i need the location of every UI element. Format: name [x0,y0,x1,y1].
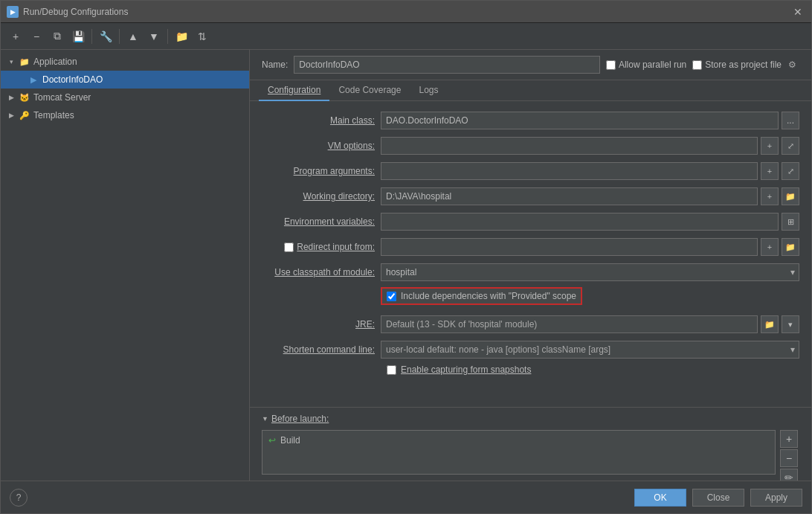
sidebar-item-templates[interactable]: ▶ 🔑 Templates [1,106,249,124]
classpath-select[interactable]: hospital [381,263,799,281]
redirect-label: Redirect input from: [262,242,381,252]
sort-button[interactable]: ⇅ [193,28,211,45]
tomcat-arrow: ▶ [7,93,16,102]
main-content: ▾ 📁 Application ▶ DoctorInfoDAO ▶ 🐱 Tomc… [1,50,811,481]
redirect-add-button[interactable]: + [761,238,779,256]
sidebar-item-tomcat[interactable]: ▶ 🐱 Tomcat Server [1,89,249,106]
build-label: Build [280,435,300,446]
ok-button[interactable]: OK [634,489,686,507]
classpath-label: Use classpath of module: [262,267,381,277]
build-item: ↩ Build [262,431,775,450]
jre-group: 📁 ▾ [381,315,799,333]
apply-button[interactable]: Apply [750,489,802,507]
store-project-option: Store as project file ⚙ [692,57,799,72]
build-list: ↩ Build [262,430,776,475]
store-project-checkbox[interactable] [692,60,702,70]
tab-logs-label: Logs [419,85,438,95]
redirect-row: Redirect input from: + 📁 [262,237,799,257]
cancel-button[interactable]: Close [692,489,744,507]
up-button[interactable]: ▲ [124,28,142,45]
tabs-bar: Configuration Code Coverage Logs [250,80,811,101]
working-dir-add-button[interactable]: + [761,187,779,205]
tab-logs[interactable]: Logs [410,80,447,101]
jre-folder-button[interactable]: 📁 [761,315,779,333]
build-side-buttons: + − ✏ ▲ ▼ [780,430,798,481]
classpath-group: hospital [381,263,799,281]
redirect-checkbox[interactable] [284,242,294,252]
allow-parallel-checkbox[interactable] [606,60,616,70]
vm-options-input[interactable] [381,137,758,155]
add-button[interactable]: + [7,28,25,45]
tab-configuration[interactable]: Configuration [259,80,329,101]
sidebar-item-label-templates: Templates [33,110,74,121]
env-vars-browse-button[interactable]: ⊞ [782,213,799,231]
dialog-title: Run/Debug Configurations [23,7,128,17]
env-vars-row: Environment variables: ⊞ [262,211,799,232]
tab-code-coverage[interactable]: Code Coverage [329,80,410,101]
help-button[interactable]: ? [10,489,28,507]
redirect-input[interactable] [381,238,758,256]
templates-arrow: ▶ [7,111,16,120]
program-args-add-button[interactable]: + [761,162,779,180]
working-dir-browse-button[interactable]: 📁 [782,187,799,205]
program-args-label: Program arguments: [262,166,381,176]
remove-button[interactable]: − [28,28,45,45]
dialog-footer: ? OK Close Apply [1,481,811,513]
sidebar-item-label-selected: DoctorInfoDAO [42,74,103,85]
main-class-browse-button[interactable]: ... [782,112,799,129]
save-button[interactable]: 💾 [69,28,87,45]
title-bar: ▶ Run/Debug Configurations ✕ [1,1,811,23]
jre-input[interactable] [381,315,758,333]
main-class-row: Main class: ... [262,110,799,131]
working-dir-label: Working directory: [262,191,381,202]
working-dir-input[interactable] [381,187,758,205]
allow-parallel-label: Allow parallel run [619,60,686,70]
tomcat-icon: 🐱 [19,91,30,103]
dialog-icon: ▶ [7,6,19,18]
separator-1 [91,29,92,44]
config-icon: ▶ [28,74,39,86]
name-input[interactable] [294,56,600,74]
sidebar-item-doctorinfodao[interactable]: ▶ DoctorInfoDAO [1,71,249,89]
program-args-input[interactable] [381,162,758,180]
before-launch-section: ▼ Before launch: ↩ Build + − ✏ [250,407,811,481]
build-list-container: ↩ Build + − ✏ ▲ ▼ [262,430,776,475]
vm-options-group: + ⤢ [381,137,799,155]
folder-button[interactable]: 📁 [173,28,190,45]
template-icon: 🔑 [19,109,30,121]
shorten-cmd-row: Shorten command line: user-local default… [262,339,799,360]
name-row: Name: Allow parallel run Store as projec… [250,50,811,80]
gear-icon[interactable]: ⚙ [784,57,799,72]
jre-row: JRE: 📁 ▾ [262,314,799,335]
right-panel: Name: Allow parallel run Store as projec… [250,50,811,481]
include-deps-checkbox[interactable] [387,292,396,301]
before-launch-header: ▼ Before launch: [262,414,799,424]
down-button[interactable]: ▼ [145,28,163,45]
build-edit-button[interactable]: ✏ [780,469,798,481]
shorten-select[interactable]: user-local default: none - java [options… [381,341,799,359]
vm-options-add-button[interactable]: + [761,137,779,155]
build-add-button[interactable]: + [780,430,798,448]
wrench-button[interactable]: 🔧 [97,28,115,45]
vm-options-expand-button[interactable]: ⤢ [782,137,799,155]
sidebar-item-application[interactable]: ▾ 📁 Application [1,53,249,71]
working-dir-group: + 📁 [381,187,799,205]
toolbar: + − ⧉ 💾 🔧 ▲ ▼ 📁 ⇅ [1,23,811,50]
working-dir-row: Working directory: + 📁 [262,186,799,207]
jre-drop-button[interactable]: ▾ [782,315,799,333]
env-vars-group: ⊞ [381,213,799,231]
main-class-input-group: ... [381,112,799,129]
include-deps-checkbox-row: Include dependencies with "Provided" sco… [381,287,582,305]
footer-buttons: OK Close Apply [634,489,802,507]
redirect-browse-button[interactable]: 📁 [782,238,799,256]
build-remove-button[interactable]: − [780,449,798,467]
before-launch-label: Before launch: [271,414,329,424]
capture-checkbox[interactable] [387,365,396,375]
vm-options-row: VM options: + ⤢ [262,135,799,156]
copy-button[interactable]: ⧉ [48,28,66,45]
close-button[interactable]: ✕ [790,4,805,19]
main-class-input[interactable] [381,112,779,129]
env-vars-input[interactable] [381,213,779,231]
program-args-expand-button[interactable]: ⤢ [782,162,799,180]
capture-row: Enable capturing form snapshots [387,364,799,375]
